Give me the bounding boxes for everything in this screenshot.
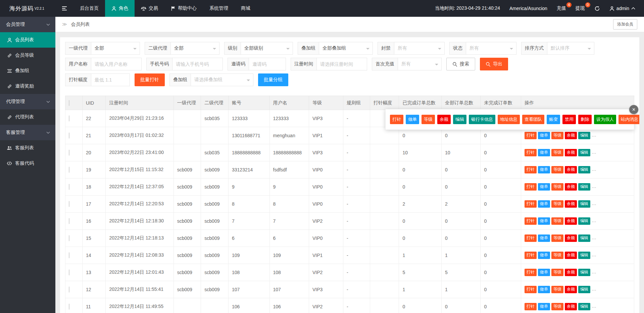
row-checkbox[interactable] [69,167,69,173]
row-action-等级-button[interactable]: 等级 [551,166,563,173]
select-all-checkbox[interactable] [69,100,69,106]
sidebar-toggle-button[interactable] [55,0,73,17]
popup-action-等级-button[interactable]: 等级 [422,115,435,124]
row-action-编辑-button[interactable]: 编辑 [578,303,590,310]
row-action-编辑-button[interactable]: 编辑 [578,217,590,225]
row-action-余额-button[interactable]: 余额 [565,269,577,276]
search-button[interactable]: 搜索 [446,58,475,70]
row-action-打针-button[interactable]: 打针 [525,149,537,156]
row-action-打针-button[interactable]: 打针 [525,183,537,191]
filter-level-select[interactable]: 全部级别 [241,42,293,55]
row-more-actions-button[interactable]: … [592,149,597,155]
row-action-编辑-button[interactable]: 编辑 [578,252,590,259]
row-action-等级-button[interactable]: 等级 [551,149,563,156]
sidebar-section-service-mgmt[interactable]: 客服管理 [0,125,55,140]
row-action-打针-button[interactable]: 打针 [525,252,537,259]
row-action-做单-button[interactable]: 做单 [538,200,550,208]
row-action-做单-button[interactable]: 做单 [538,217,550,225]
sidebar-item-service-list[interactable]: 客服列表 [0,140,55,156]
row-action-编辑-button[interactable]: 编辑 [578,286,590,293]
row-action-余额-button[interactable]: 余额 [565,234,577,242]
filter-username-input[interactable] [91,58,142,70]
popup-action-地址信息-button[interactable]: 地址信息 [498,115,520,124]
popup-action-余额-button[interactable]: 余额 [437,115,451,124]
row-action-余额-button[interactable]: 余额 [565,200,577,208]
filter-overlay-select[interactable]: 全部叠加组 [319,42,373,55]
row-action-等级-button[interactable]: 等级 [551,303,563,310]
row-more-actions-button[interactable]: … [592,235,597,240]
row-action-余额-button[interactable]: 余额 [565,252,577,259]
popup-action-编辑-button[interactable]: 编辑 [453,115,466,124]
row-action-打针-button[interactable]: 打针 [525,132,537,139]
row-action-编辑-button[interactable]: 编辑 [578,183,590,191]
row-more-actions-button[interactable]: … [592,166,597,172]
sidebar-item-member-list[interactable]: 会员列表 [0,32,55,48]
row-action-余额-button[interactable]: 余额 [565,303,577,310]
row-action-打针-button[interactable]: 打针 [525,286,537,293]
row-action-做单-button[interactable]: 做单 [538,166,550,173]
popup-action-站内消息-button[interactable]: 站内消息 [618,115,639,124]
row-action-等级-button[interactable]: 等级 [551,269,563,276]
row-action-打针-button[interactable]: 打针 [525,166,537,173]
nav-item-mall[interactable]: 商城 [235,0,257,17]
filter-sort-select[interactable]: 默认排序 [547,42,594,55]
row-checkbox[interactable] [69,286,69,293]
inject-range-input[interactable] [91,73,130,86]
nav-item-system[interactable]: 系统管理 [203,0,235,17]
filter-agent1-select[interactable]: 全部 [91,42,140,55]
row-action-打针-button[interactable]: 打针 [525,234,537,242]
row-checkbox[interactable] [69,184,69,190]
user-menu[interactable]: admin [609,6,635,11]
nav-item-trade[interactable]: 交易 [135,0,164,17]
filter-first-recharge-select[interactable]: 所有 [398,58,442,70]
recharge-link[interactable]: 充值 4 [557,5,566,11]
row-checkbox[interactable] [69,235,69,241]
filter-agent2-select[interactable]: 全部 [171,42,219,55]
popup-action-删除-button[interactable]: 删除 [578,115,592,124]
row-action-编辑-button[interactable]: 编辑 [578,234,590,242]
row-action-余额-button[interactable]: 余额 [565,132,577,139]
row-action-做单-button[interactable]: 做单 [538,183,550,191]
row-action-编辑-button[interactable]: 编辑 [578,149,590,156]
row-action-等级-button[interactable]: 等级 [551,217,563,225]
popup-action-查看团队-button[interactable]: 查看团队 [522,115,544,124]
popup-action-银行卡信息-button[interactable]: 银行卡信息 [469,115,495,124]
row-action-编辑-button[interactable]: 编辑 [578,269,590,276]
row-action-做单-button[interactable]: 做单 [538,303,550,310]
export-button[interactable]: 导出 [480,58,508,70]
sidebar-section-member-mgmt[interactable]: 会员管理 [0,17,55,32]
row-action-做单-button[interactable]: 做单 [538,286,550,293]
row-action-余额-button[interactable]: 余额 [565,286,577,293]
filter-ban-select[interactable]: 所有 [394,42,445,55]
row-checkbox[interactable] [69,115,69,121]
sidebar-item-member-level[interactable]: 会员等级 [0,48,55,63]
row-more-actions-button[interactable]: … [592,201,597,206]
row-checkbox[interactable] [69,269,69,275]
row-checkbox[interactable] [69,201,69,207]
row-more-actions-button[interactable]: … [592,184,597,189]
row-action-等级-button[interactable]: 等级 [551,200,563,208]
row-checkbox[interactable] [69,304,69,310]
add-member-button[interactable]: 添加会员 [613,19,637,30]
row-action-编辑-button[interactable]: 编辑 [578,200,590,208]
row-more-actions-button[interactable]: … [592,132,597,138]
row-action-余额-button[interactable]: 余额 [565,166,577,173]
row-action-做单-button[interactable]: 做单 [538,269,550,276]
row-more-actions-button[interactable]: … [592,252,597,257]
row-action-等级-button[interactable]: 等级 [551,132,563,139]
row-action-做单-button[interactable]: 做单 [538,149,550,156]
row-action-余额-button[interactable]: 余额 [565,183,577,191]
row-action-做单-button[interactable]: 做单 [538,252,550,259]
row-action-打针-button[interactable]: 打针 [525,200,537,208]
row-action-编辑-button[interactable]: 编辑 [578,132,590,139]
row-action-打针-button[interactable]: 打针 [525,303,537,310]
row-action-打针-button[interactable]: 打针 [525,217,537,225]
sidebar-item-invite-reward[interactable]: 邀请奖励 [0,79,55,94]
row-action-等级-button[interactable]: 等级 [551,286,563,293]
row-action-打针-button[interactable]: 打针 [525,269,537,276]
popup-action-做单-button[interactable]: 做单 [406,115,419,124]
row-action-等级-button[interactable]: 等级 [551,252,563,259]
sidebar-item-service-code[interactable]: 客服代码 [0,156,55,171]
close-icon[interactable]: ✕ [629,105,638,114]
batch-inject-button[interactable]: 批量打针 [135,73,165,86]
